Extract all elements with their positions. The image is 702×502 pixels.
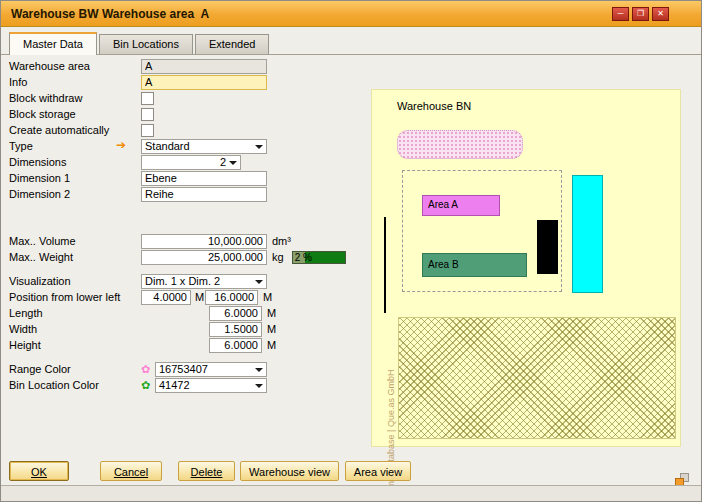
chevron-down-icon — [229, 161, 237, 165]
width-field[interactable] — [209, 322, 262, 337]
chevron-down-icon — [255, 145, 263, 149]
hatched-storage-zone — [398, 317, 676, 439]
block-storage-row: Block storage — [9, 106, 154, 122]
warehouse-area-field — [141, 59, 267, 74]
chevron-down-icon — [255, 280, 263, 284]
position-y-unit: M — [263, 291, 272, 303]
dimensions-dropdown[interactable]: 2 — [141, 155, 241, 170]
bin-location-color-flower-icon: ✿ — [141, 378, 155, 392]
visualization-label: Visualization — [9, 275, 141, 287]
block-storage-checkbox[interactable] — [141, 108, 154, 121]
tab-bin-locations[interactable]: Bin Locations — [99, 34, 193, 54]
close-button[interactable]: ✕ — [652, 7, 669, 21]
dimension-2-label: Dimension 2 — [9, 188, 141, 200]
visualization-title: Warehouse BN — [397, 100, 471, 112]
area-view-button[interactable]: Area view — [345, 461, 411, 481]
area-b-label: Area B — [428, 259, 459, 270]
area-view-button-label: Area view — [354, 466, 402, 478]
warehouse-visualization-panel: Warehouse BN Area A Area B Ihre Training… — [371, 89, 681, 447]
visualization-value: Dim. 1 x Dim. 2 — [145, 275, 220, 287]
cyan-block[interactable] — [572, 175, 603, 293]
area-a-block[interactable]: Area A — [422, 195, 500, 216]
height-field[interactable] — [209, 338, 262, 353]
cancel-button[interactable]: Cancel — [100, 461, 162, 481]
capacity-value: 2 % — [295, 252, 312, 263]
max-weight-field[interactable] — [141, 250, 267, 265]
tab-master-data[interactable]: Master Data — [9, 32, 97, 55]
delete-button-label: Delete — [191, 466, 223, 478]
tab-bin-locations-label: Bin Locations — [113, 38, 179, 50]
position-y-field[interactable] — [205, 290, 258, 305]
max-volume-field[interactable] — [141, 234, 267, 249]
chevron-down-icon — [255, 368, 263, 372]
type-row: Type ➔ Standard — [9, 138, 267, 154]
warehouse-view-button-label: Warehouse view — [249, 466, 330, 478]
width-row: Width M — [9, 321, 276, 337]
block-withdraw-row: Block withdraw — [9, 90, 154, 106]
range-color-row: Range Color ✿ 16753407 — [9, 361, 267, 377]
max-weight-unit: kg — [272, 251, 284, 263]
maximize-icon: ❐ — [637, 9, 644, 18]
wall-line — [384, 217, 386, 313]
ok-button-label: OK — [31, 466, 47, 478]
warehouse-area-label: Warehouse area — [9, 60, 141, 72]
visualization-row: Visualization Dim. 1 x Dim. 2 — [9, 273, 267, 289]
max-weight-label: Max.. Weight — [9, 251, 141, 263]
bin-location-color-value: 41472 — [159, 379, 190, 391]
footer-button-bar: OK Cancel Delete Warehouse view Area vie… — [9, 461, 411, 481]
capacity-bar: 2 % — [292, 251, 346, 264]
minimize-button[interactable]: ─ — [612, 7, 629, 21]
close-icon: ✕ — [657, 9, 664, 18]
bin-location-color-label: Bin Location Color — [9, 379, 141, 391]
range-color-label: Range Color — [9, 363, 141, 375]
visualization-dropdown[interactable]: Dim. 1 x Dim. 2 — [141, 274, 267, 289]
info-row: Info — [9, 74, 267, 90]
block-storage-label: Block storage — [9, 108, 141, 120]
status-bar — [1, 485, 701, 501]
position-x-unit: M — [195, 291, 205, 303]
dimensions-row: Dimensions 2 — [9, 154, 241, 170]
dimensions-label: Dimensions — [9, 156, 141, 168]
range-color-value: 16753407 — [159, 363, 208, 375]
tab-extended[interactable]: Extended — [195, 34, 269, 54]
position-x-field[interactable] — [141, 290, 191, 305]
length-label: Length — [9, 307, 141, 319]
warehouse-view-button[interactable]: Warehouse view — [240, 461, 339, 481]
tab-extended-label: Extended — [209, 38, 255, 50]
type-value: Standard — [145, 140, 190, 152]
create-automatically-checkbox[interactable] — [141, 124, 154, 137]
length-unit: M — [267, 307, 276, 319]
type-dropdown[interactable]: Standard — [141, 139, 267, 154]
pink-dotted-zone[interactable] — [397, 130, 523, 159]
link-arrow-icon[interactable]: ➔ — [116, 138, 126, 153]
position-label: Position from lower left — [9, 291, 141, 303]
delete-button[interactable]: Delete — [178, 461, 235, 481]
maximize-button[interactable]: ❐ — [632, 7, 649, 21]
window-title: Warehouse BW Warehouse area A — [11, 7, 209, 21]
minimize-icon: ─ — [618, 9, 624, 18]
bin-location-color-dropdown[interactable]: 41472 — [155, 378, 267, 393]
dimension-2-field[interactable] — [141, 187, 267, 202]
block-withdraw-checkbox[interactable] — [141, 92, 154, 105]
dimension-1-label: Dimension 1 — [9, 172, 141, 184]
title-bar[interactable]: Warehouse BW Warehouse area A ─ ❐ ✕ — [1, 1, 701, 27]
block-withdraw-label: Block withdraw — [9, 92, 141, 104]
area-a-label: Area A — [428, 199, 458, 210]
range-color-flower-icon: ✿ — [141, 362, 155, 376]
window-controls: ─ ❐ ✕ — [612, 7, 669, 21]
warehouse-area-window: Warehouse BW Warehouse area A ─ ❐ ✕ Mast… — [0, 0, 702, 502]
range-color-dropdown[interactable]: 16753407 — [155, 362, 267, 377]
dimension-1-field[interactable] — [141, 171, 267, 186]
max-volume-row: Max.. Volume dm³ — [9, 233, 291, 249]
width-label: Width — [9, 323, 141, 335]
position-row: Position from lower left M M — [9, 289, 272, 305]
length-field[interactable] — [209, 306, 262, 321]
max-volume-label: Max.. Volume — [9, 235, 141, 247]
height-label: Height — [9, 339, 141, 351]
height-row: Height M — [9, 337, 276, 353]
area-b-block[interactable]: Area B — [422, 253, 527, 277]
ok-button[interactable]: OK — [9, 461, 69, 481]
max-weight-row: Max.. Weight kg 2 % — [9, 249, 346, 265]
info-label: Info — [9, 76, 141, 88]
info-field[interactable] — [141, 75, 267, 90]
